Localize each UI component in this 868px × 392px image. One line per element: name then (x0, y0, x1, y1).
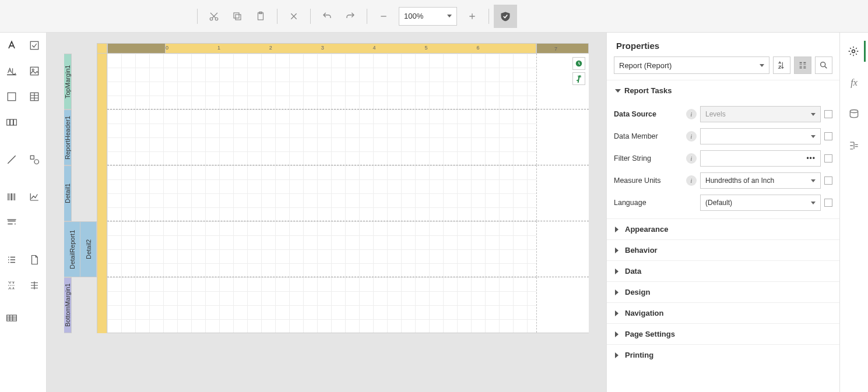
band-label-detail[interactable]: Detail1 (64, 165, 72, 221)
section-label: Data (625, 267, 641, 276)
section-data[interactable]: Data (607, 260, 839, 281)
prop-marker[interactable] (824, 176, 832, 185)
chevron-right-icon (615, 331, 621, 337)
section-printing[interactable]: Printing (607, 344, 839, 365)
toolbar-separator (197, 9, 198, 24)
line-tool[interactable] (0, 147, 23, 172)
ruler-right-overflow: 7 (536, 43, 589, 54)
section-label: Printing (625, 351, 653, 359)
section-label: Behavior (625, 246, 658, 255)
svg-rect-8 (31, 67, 39, 75)
info-icon[interactable]: i (686, 175, 697, 186)
object-selector-value: Report (Report) (619, 61, 672, 70)
table-tool[interactable] (23, 84, 47, 110)
section-pagesettings[interactable]: Page Settings (607, 323, 839, 344)
barcode-tool[interactable] (0, 184, 23, 210)
ruler-tick: 7 (554, 46, 557, 52)
right-rail: fx (839, 33, 868, 392)
object-selector[interactable]: Report (Report) (614, 56, 769, 74)
section-label: Navigation (625, 309, 663, 317)
undo-button[interactable] (315, 5, 339, 28)
shape-tool[interactable] (23, 147, 47, 172)
prop-marker[interactable] (824, 132, 832, 140)
delete-button[interactable] (282, 5, 305, 28)
chevron-right-icon (615, 269, 621, 274)
fieldlist-tab[interactable] (844, 104, 865, 125)
richtext-tool[interactable] (0, 58, 23, 84)
panel-tool[interactable] (0, 84, 23, 110)
band-topmargin[interactable] (107, 54, 589, 110)
expressions-tab[interactable]: fx (844, 72, 865, 93)
spacer (23, 110, 47, 135)
info-icon[interactable]: i (686, 153, 697, 164)
prop-label-measureunits: Measure Units (614, 176, 683, 185)
section-appearance[interactable]: Appearance (607, 218, 839, 239)
chevron-down-icon (811, 113, 816, 116)
design-surface[interactable]: 0 1 2 3 4 5 6 7 TopMargin1 ReportHeader1… (47, 33, 606, 392)
section-behavior[interactable]: Behavior (607, 239, 839, 260)
prop-marker[interactable] (824, 199, 832, 207)
reportexplorer-tab[interactable] (844, 135, 865, 156)
band-label-bottommargin[interactable]: BottomMargin1 (64, 277, 72, 333)
prop-marker[interactable] (824, 154, 832, 163)
section-report-tasks[interactable]: Report Tasks (607, 80, 839, 101)
zoom-out-button[interactable] (372, 5, 395, 28)
prop-input-datamember[interactable] (700, 128, 821, 144)
band-detail[interactable] (107, 165, 589, 221)
band-label-reportheader[interactable]: ReportHeader1 (64, 110, 72, 165)
ruler-tick: 6 (476, 45, 479, 51)
svg-rect-6 (31, 41, 39, 50)
band-detail2[interactable] (107, 221, 589, 277)
tableofcontents-tool[interactable] (0, 247, 23, 273)
band-reportheader[interactable] (107, 110, 589, 165)
properties-tab[interactable] (845, 41, 866, 62)
zoom-level-select[interactable]: 100% (399, 7, 457, 26)
charactercomb-tool[interactable] (0, 110, 23, 135)
section-design[interactable]: Design (607, 281, 839, 302)
band-label-detail2[interactable]: Detail2 (80, 221, 97, 277)
section-navigation[interactable]: Navigation (607, 302, 839, 323)
zoom-in-button[interactable] (461, 5, 484, 28)
paste-button[interactable] (249, 5, 272, 28)
copy-button[interactable] (226, 5, 249, 28)
picturebox-tool[interactable] (23, 58, 47, 84)
prop-input-measureunits[interactable]: Hundredths of an Inch (700, 172, 821, 189)
band-label-topmargin[interactable]: TopMargin1 (64, 54, 72, 110)
toolbar-separator (367, 9, 367, 24)
sort-category-button[interactable] (794, 56, 811, 74)
checkbox-tool[interactable] (23, 33, 47, 58)
vertical-ruler[interactable] (97, 165, 107, 221)
redo-button[interactable] (339, 5, 362, 28)
info-icon[interactable]: i (686, 109, 697, 119)
prop-marker[interactable] (824, 110, 832, 118)
vertical-ruler[interactable] (97, 110, 107, 165)
pagebreak-tool[interactable] (0, 273, 23, 298)
svg-rect-19 (10, 193, 12, 200)
vertical-ruler[interactable] (97, 221, 107, 277)
gauge-tool[interactable] (0, 210, 23, 235)
horizontal-ruler[interactable]: 0 1 2 3 4 5 6 (166, 43, 536, 54)
svg-point-26 (850, 110, 858, 113)
svg-rect-15 (31, 156, 34, 159)
prop-input-datasource[interactable]: Levels (700, 106, 821, 122)
band-bottommargin[interactable] (107, 277, 589, 333)
chart-tool[interactable] (23, 184, 47, 210)
label-tool[interactable] (0, 33, 23, 58)
info-icon[interactable]: i (686, 131, 697, 142)
crossband-tool[interactable] (23, 273, 47, 298)
svg-rect-3 (234, 13, 239, 18)
vertical-ruler[interactable] (97, 277, 107, 333)
search-properties-button[interactable] (815, 56, 832, 74)
smart-tag-button[interactable] (572, 57, 585, 70)
band-label-detailreport[interactable]: DetailReport1 (64, 221, 80, 277)
sort-alpha-button[interactable] (773, 56, 790, 74)
validate-button[interactable] (494, 5, 517, 28)
cut-button[interactable] (202, 5, 226, 28)
prop-input-language[interactable]: (Default) (700, 195, 821, 211)
expression-button[interactable]: f (572, 72, 585, 85)
crosstab-tool[interactable] (0, 305, 23, 331)
chevron-right-icon (615, 352, 621, 358)
prop-input-filterstring[interactable]: ••• (700, 150, 821, 167)
pageinfo-tool[interactable] (23, 247, 47, 273)
vertical-ruler[interactable] (97, 54, 107, 110)
